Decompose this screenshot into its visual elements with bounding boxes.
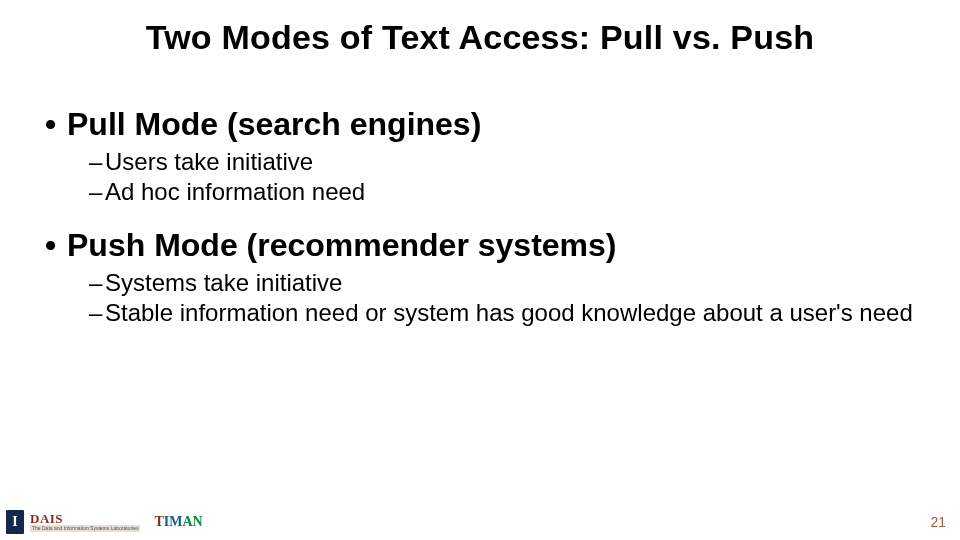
footer-logos: I DAIS The Data and Information Systems … (6, 510, 203, 534)
timan-logo: TIMAN (154, 514, 202, 530)
subbullet: –Systems take initiative (89, 268, 915, 298)
dais-label: DAIS (30, 512, 140, 525)
subbullet: –Stable information need or system has g… (89, 298, 915, 328)
bullet-push-mode: •Push Mode (recommender systems) (45, 227, 915, 264)
dash-icon: – (89, 147, 105, 177)
timan-part-1: T (154, 514, 163, 529)
subbullet-text: Systems take initiative (105, 269, 342, 296)
subbullet-text: Ad hoc information need (105, 178, 365, 205)
dais-logo: DAIS The Data and Information Systems La… (30, 512, 140, 532)
bullet-text: Pull Mode (search engines) (67, 106, 481, 142)
timan-part-3: AN (182, 514, 202, 529)
bullet-text: Push Mode (recommender systems) (67, 227, 617, 263)
dash-icon: – (89, 268, 105, 298)
subbullet: –Users take initiative (89, 147, 915, 177)
subbullet-text: Stable information need or system has go… (105, 299, 913, 326)
subbullet-text: Users take initiative (105, 148, 313, 175)
page-number: 21 (930, 514, 946, 530)
slide-body: •Pull Mode (search engines) –Users take … (45, 100, 915, 328)
slide: Two Modes of Text Access: Pull vs. Push … (0, 0, 960, 540)
illinois-logo-icon: I (6, 510, 24, 534)
dash-icon: – (89, 177, 105, 207)
dash-icon: – (89, 298, 105, 328)
bullet-dot-icon: • (45, 227, 67, 264)
dais-sublabel: The Data and Information Systems Laborat… (30, 525, 140, 532)
timan-part-2: IM (164, 514, 183, 529)
illinois-glyph: I (12, 514, 17, 530)
slide-title: Two Modes of Text Access: Pull vs. Push (0, 18, 960, 57)
bullet-pull-mode: •Pull Mode (search engines) (45, 106, 915, 143)
subbullet: –Ad hoc information need (89, 177, 915, 207)
bullet-dot-icon: • (45, 106, 67, 143)
